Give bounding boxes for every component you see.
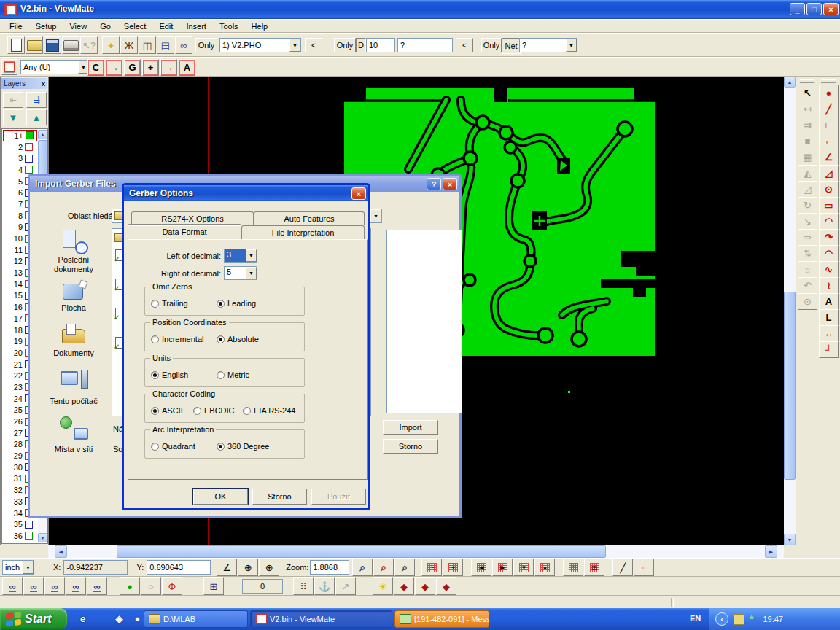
import-button[interactable]: Import: [383, 420, 438, 435]
cancel-button[interactable]: Storno: [383, 439, 438, 454]
canvas-vscrollbar[interactable]: ▲ ▼: [784, 77, 796, 545]
draw-tool-button[interactable]: ∿: [819, 261, 839, 278]
menu-go[interactable]: Go: [93, 22, 117, 31]
edit-tool-button[interactable]: ▦: [798, 149, 817, 166]
edit-tool-button[interactable]: ↶: [798, 277, 817, 294]
pan-grid-button[interactable]: ◳: [584, 559, 604, 576]
chevron-down-icon[interactable]: ▼: [289, 39, 300, 52]
chevron-down-icon[interactable]: ▼: [370, 209, 381, 222]
highlight-toolbar-button[interactable]: →: [160, 59, 177, 76]
view-toolbar-button[interactable]: +: [102, 36, 120, 54]
dcode-query-input[interactable]: ?: [397, 38, 453, 52]
radio-360-degree[interactable]: [217, 443, 225, 451]
layer-row[interactable]: 3: [3, 152, 37, 164]
radio-leading[interactable]: [217, 300, 225, 308]
draw-tool-button[interactable]: ▭: [819, 197, 839, 214]
measure-tool-button[interactable]: ∠: [217, 559, 237, 576]
canvas-hscrollbar[interactable]: ◀ ▶: [48, 545, 784, 558]
print-toolbar-button[interactable]: ↖?: [80, 36, 98, 54]
menu-select[interactable]: Select: [117, 22, 153, 31]
measure-tool-button[interactable]: ⊕: [259, 559, 279, 576]
menu-help[interactable]: Help: [245, 22, 275, 31]
flash-button[interactable]: ◆: [394, 578, 414, 595]
layer-row[interactable]: 1+: [3, 130, 37, 141]
layer-row[interactable]: 35: [3, 518, 37, 530]
edit-tool-button[interactable]: ⇅: [798, 245, 817, 262]
highlight-toolbar-button[interactable]: →: [106, 59, 122, 76]
scroll-up-icon[interactable]: ▲: [784, 77, 796, 88]
zoom-value[interactable]: 1.8868: [310, 560, 349, 575]
pan-grid-button[interactable]: ▲: [534, 559, 555, 576]
flash-button[interactable]: ☀: [373, 578, 393, 595]
edit-tool-button[interactable]: ◿: [798, 181, 817, 198]
tab-file-interpretation[interactable]: File Interpretation: [241, 225, 365, 239]
view-mode-button[interactable]: ∞: [87, 578, 107, 595]
task-button[interactable]: V2.bin - ViewMate: [250, 610, 392, 628]
edit-tool-button[interactable]: ⇉: [798, 117, 817, 133]
menu-insert[interactable]: Insert: [179, 22, 213, 31]
tray-clock[interactable]: 19:47: [763, 615, 783, 623]
tab-data-format[interactable]: Data Format: [128, 224, 241, 239]
pan-grid-button[interactable]: □: [563, 559, 583, 576]
edit-tool-button[interactable]: ⇒: [798, 229, 817, 246]
menu-file[interactable]: File: [3, 22, 29, 31]
place-my-computer[interactable]: Tento počítač: [39, 397, 109, 406]
view-mode-button[interactable]: ∞: [44, 578, 65, 595]
view-mode-button[interactable]: ∞: [2, 578, 23, 595]
radio-trailing[interactable]: [151, 300, 159, 308]
snap-button[interactable]: ↗: [335, 578, 356, 595]
draw-tool-button[interactable]: ⌐: [819, 133, 839, 149]
pan-grid-button[interactable]: ▫: [634, 559, 654, 576]
task-button[interactable]: D:\MLAB: [144, 610, 248, 628]
panel-grip[interactable]: [800, 79, 814, 83]
pan-grid-button[interactable]: └: [421, 559, 442, 576]
layer-color-swatch[interactable]: [25, 155, 33, 163]
draw-tool-button[interactable]: ∟: [819, 117, 839, 133]
ok-button[interactable]: OK: [193, 489, 248, 505]
only-dcode-button[interactable]: Only: [334, 38, 356, 52]
desktop-icon[interactable]: [59, 281, 90, 306]
edit-tool-button[interactable]: ■: [798, 133, 817, 149]
measure-tool-button[interactable]: ⊕: [238, 559, 258, 576]
radio-ascii[interactable]: [151, 407, 159, 415]
draw-tool-button[interactable]: ∠: [819, 149, 839, 166]
scroll-down-icon[interactable]: ▼: [38, 533, 47, 542]
only-net-button[interactable]: Only: [481, 38, 502, 52]
view-toolbar-button[interactable]: ∞: [175, 36, 192, 54]
flash-button[interactable]: ◆: [436, 578, 456, 595]
chevron-down-icon[interactable]: ▼: [566, 39, 577, 52]
scroll-down-icon[interactable]: ▼: [784, 534, 796, 545]
pan-grid-button[interactable]: +: [443, 559, 463, 576]
highlight-toolbar-button[interactable]: G: [124, 59, 141, 76]
edit-tool-button[interactable]: ↖: [798, 85, 817, 101]
radio-incremental[interactable]: [151, 335, 159, 343]
pan-grid-button[interactable]: ◀: [471, 559, 491, 576]
draw-tool-button[interactable]: ◠: [819, 213, 839, 230]
layer-down-button[interactable]: ▼: [3, 109, 23, 125]
my-computer-icon[interactable]: [59, 368, 90, 393]
dialog-help-button[interactable]: ?: [427, 178, 441, 190]
gerber-dialog-titlebar[interactable]: Gerber Options ×: [124, 185, 368, 201]
place-documents[interactable]: Dokumenty: [39, 349, 109, 358]
chevron-down-icon[interactable]: ▼: [246, 267, 257, 279]
only-layer-button[interactable]: Only: [195, 38, 217, 52]
prev-layer-button[interactable]: <: [305, 38, 322, 52]
zoom-tool-button[interactable]: ⌕: [352, 559, 373, 576]
scroll-up-icon[interactable]: ▲: [38, 130, 47, 139]
prev-net-button[interactable]: <: [456, 38, 473, 52]
layer-color-swatch[interactable]: [26, 131, 34, 139]
left-decimal-combo[interactable]: 3 ▼: [224, 249, 257, 262]
edit-tool-button[interactable]: ↘: [798, 213, 817, 230]
quick-launch-icon[interactable]: ◈: [112, 612, 126, 626]
minimize-button[interactable]: _: [790, 3, 805, 15]
layer-combo[interactable]: 1) V2.PHO ▼: [219, 38, 301, 52]
quick-launch-icon[interactable]: [94, 612, 108, 626]
view-mode-button[interactable]: ∞: [66, 578, 86, 595]
draw-tool-button[interactable]: ≀: [819, 277, 839, 294]
main-titlebar[interactable]: V2.bin - ViewMate _ □ ×: [0, 0, 840, 19]
radio-absolute[interactable]: [217, 335, 225, 343]
highlight-toolbar-button[interactable]: A: [179, 59, 195, 76]
right-decimal-combo[interactable]: 5 ▼: [224, 266, 257, 280]
dialog-close-button[interactable]: ×: [351, 187, 366, 200]
radio-english[interactable]: [151, 371, 159, 379]
